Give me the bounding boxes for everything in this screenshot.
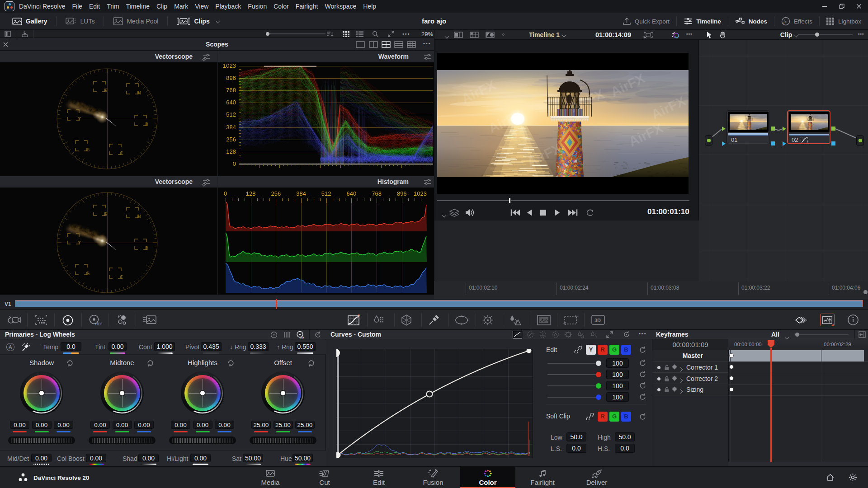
svg-text:LOG: LOG (300, 336, 304, 339)
svg-text:3D: 3D (594, 318, 601, 323)
svg-text:fx: fx (783, 19, 787, 24)
svg-text:HDR: HDR (95, 322, 102, 326)
